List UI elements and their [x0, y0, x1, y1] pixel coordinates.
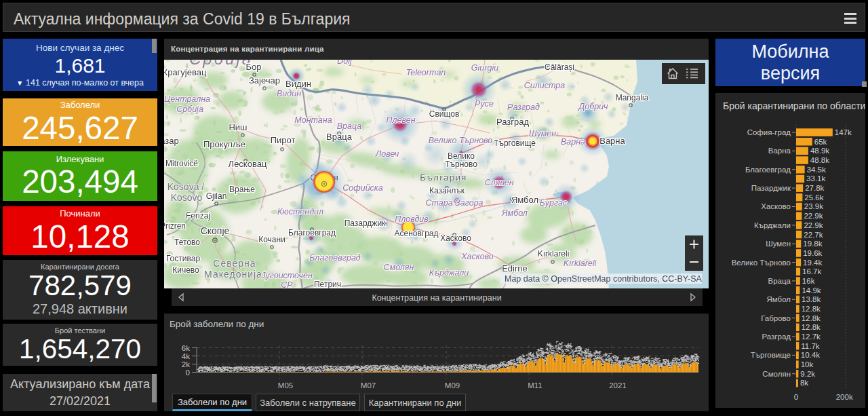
svg-text:София-град: София-град — [747, 128, 791, 136]
svg-text:4k: 4k — [182, 352, 190, 360]
svg-text:Македонија: Македонија — [204, 269, 262, 280]
svg-text:13.8k: 13.8k — [802, 295, 821, 303]
svg-text:48.9k: 48.9k — [810, 147, 829, 155]
svg-text:Dolj: Dolj — [337, 60, 353, 66]
svg-text:Централна: Централна — [164, 94, 210, 104]
svg-text:27.8k: 27.8k — [805, 184, 824, 192]
svg-text:Асеновград: Асеновград — [394, 229, 438, 238]
svg-text:9.2k: 9.2k — [800, 370, 815, 378]
svg-text:Map data © OpenStreetMap contr: Map data © OpenStreetMap contributors, C… — [505, 274, 702, 284]
svg-text:Шумен: Шумен — [529, 129, 556, 138]
svg-text:48.8k: 48.8k — [810, 156, 829, 164]
svg-text:Бор: Бор — [246, 62, 262, 72]
svg-text:Mitrovicë: Mitrovicë — [165, 159, 198, 168]
svg-text:Kırklareli: Kırklareli — [538, 249, 570, 259]
svg-text:147k: 147k — [835, 128, 852, 136]
svg-text:Плевен: Плевен — [386, 115, 415, 125]
svg-text:азар: азар — [164, 136, 179, 146]
svg-text:12.8k: 12.8k — [802, 305, 821, 313]
svg-text:Монтана: Монтана — [294, 115, 332, 125]
svg-text:Северна: Северна — [213, 258, 256, 269]
svg-text:Варна: Варна — [561, 137, 585, 147]
svg-text:Хасково: Хасково — [440, 233, 471, 243]
svg-text:България: България — [420, 172, 467, 183]
svg-text:Prizren: Prizren — [164, 221, 186, 231]
svg-text:Смолян: Смолян — [762, 370, 791, 378]
svg-text:12.7k: 12.7k — [802, 333, 821, 341]
svg-text:Кочани: Кочани — [258, 235, 285, 244]
svg-text:19.8k: 19.8k — [803, 240, 822, 248]
svg-text:Казанлък: Казанлък — [429, 186, 465, 195]
svg-text:Кичево: Кичево — [172, 265, 199, 275]
svg-text:12.8k: 12.8k — [802, 314, 821, 322]
svg-text:Прокупље: Прокупље — [203, 139, 245, 149]
svg-text:Търговище: Търговище — [494, 138, 536, 148]
svg-text:Тетово: Тетово — [174, 238, 200, 247]
svg-text:Ямбол: Ямбол — [501, 208, 528, 218]
svg-text:Врање: Врање — [229, 185, 255, 194]
svg-text:Търново: Търново — [445, 159, 477, 169]
svg-text:M09: M09 — [445, 381, 460, 390]
svg-text:Враца: Враца — [326, 132, 353, 142]
svg-text:Концентрация на карантинирани: Концентрация на карантинирани — [372, 293, 501, 303]
svg-text:Пирот: Пирот — [271, 135, 296, 145]
svg-text:34.5k: 34.5k — [807, 166, 826, 174]
svg-text:Видин: Видин — [285, 79, 311, 89]
svg-text:23.9k: 23.9k — [804, 202, 823, 210]
svg-text:Ferizaj: Ferizaj — [186, 211, 210, 221]
svg-text:Благоевград: Благоевград — [745, 166, 791, 174]
svg-text:Кюстендил: Кюстендил — [277, 207, 323, 216]
svg-text:Варна: Варна — [599, 136, 625, 146]
svg-text:Giurgiu: Giurgiu — [471, 63, 498, 73]
svg-text:Лесковац: Лесковац — [229, 159, 267, 169]
svg-text:6k: 6k — [182, 344, 190, 352]
svg-text:Смолян: Смолян — [384, 263, 414, 272]
svg-text:Разград: Разград — [507, 102, 540, 112]
svg-text:Ниш: Ниш — [229, 122, 247, 132]
svg-text:Русе: Русе — [475, 99, 494, 109]
svg-text:33.1k: 33.1k — [806, 174, 825, 183]
svg-text:Gjilan: Gjilan — [206, 191, 227, 201]
svg-text:Велико Търново: Велико Търново — [429, 136, 493, 145]
svg-text:Хасково: Хасково — [460, 252, 494, 261]
svg-text:Kırklareli: Kırklareli — [564, 259, 597, 268]
svg-text:Враца: Враца — [768, 277, 791, 285]
svg-text:25.6k: 25.6k — [804, 193, 823, 202]
svg-text:Враца: Враца — [337, 121, 362, 131]
svg-text:Ямбол: Ямбол — [766, 295, 791, 303]
svg-text:Софийска: Софийска — [342, 183, 382, 193]
svg-text:M07: M07 — [361, 381, 376, 390]
svg-text:Кърджали: Кърджали — [429, 268, 469, 278]
svg-text:Kosova /: Kosova / — [167, 181, 205, 192]
svg-text:Варна: Варна — [768, 147, 791, 155]
svg-text:Търговище: Търговище — [751, 351, 791, 359]
svg-text:Сливен: Сливен — [484, 178, 513, 187]
svg-text:8k: 8k — [800, 379, 808, 387]
svg-text:65k: 65k — [814, 138, 827, 146]
svg-text:Стара Загора: Стара Загора — [425, 198, 483, 208]
svg-text:Силистра: Силистра — [524, 81, 565, 90]
svg-text:Крагујевац: Крагујевац — [164, 67, 207, 77]
svg-text:0: 0 — [794, 393, 798, 401]
svg-text:200k: 200k — [836, 393, 853, 401]
svg-text:Ловеч: Ловеч — [375, 149, 399, 159]
svg-text:Србија: Србија — [176, 105, 203, 114]
svg-text:19.6k: 19.6k — [803, 249, 822, 257]
svg-text:Шумен: Шумен — [766, 240, 791, 248]
svg-text:Велико Търново: Велико Търново — [732, 259, 791, 267]
svg-text:10.4k: 10.4k — [801, 351, 820, 359]
svg-text:M11: M11 — [528, 381, 542, 390]
svg-text:Габрово: Габрово — [761, 314, 791, 322]
svg-text:22.7k: 22.7k — [804, 231, 823, 239]
svg-text:Пазарджик: Пазарджик — [344, 219, 386, 228]
svg-text:Teleorman: Teleorman — [406, 68, 446, 77]
svg-text:Пазарджик: Пазарджик — [751, 184, 791, 192]
svg-text:Mangalia: Mangalia — [616, 93, 649, 102]
svg-text:Edirne: Edirne — [502, 263, 528, 273]
svg-text:Разград: Разград — [762, 333, 791, 341]
svg-text:11.7k: 11.7k — [801, 342, 820, 350]
svg-text:22.9k: 22.9k — [804, 212, 823, 220]
svg-text:Југоисточен: Југоисточен — [260, 271, 313, 280]
svg-text:Разград: Разград — [496, 117, 529, 127]
svg-text:Видин: Видин — [277, 89, 301, 98]
